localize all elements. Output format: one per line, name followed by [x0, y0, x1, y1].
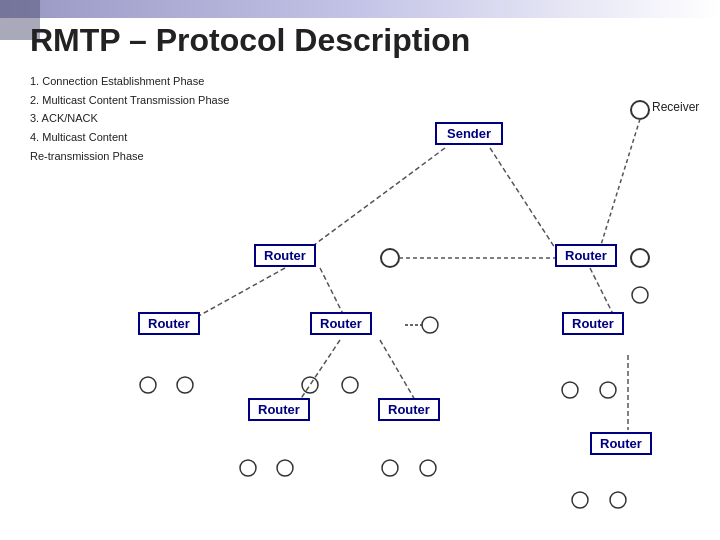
- svg-line-7: [195, 268, 285, 318]
- svg-line-19: [380, 340, 415, 400]
- svg-point-16: [562, 382, 578, 398]
- router-box-8: Router: [590, 432, 652, 455]
- router-box-4: Router: [310, 312, 372, 335]
- svg-point-12: [422, 317, 438, 333]
- svg-line-1: [310, 148, 445, 248]
- svg-line-8: [320, 268, 345, 318]
- svg-point-27: [632, 287, 648, 303]
- svg-point-14: [302, 377, 318, 393]
- sender-box: Sender: [435, 122, 503, 145]
- sender-label: Sender: [447, 126, 491, 141]
- svg-point-23: [420, 460, 436, 476]
- svg-point-24: [572, 492, 588, 508]
- svg-point-15: [342, 377, 358, 393]
- router-box-5: Router: [562, 312, 624, 335]
- router-box-2: Router: [555, 244, 617, 267]
- diagram-svg: [0, 0, 720, 540]
- svg-point-17: [600, 382, 616, 398]
- router-box-6: Router: [248, 398, 310, 421]
- svg-point-10: [140, 377, 156, 393]
- receiver-label: Receiver: [652, 100, 699, 114]
- svg-point-4: [381, 249, 399, 267]
- svg-point-5: [631, 249, 649, 267]
- svg-point-20: [240, 460, 256, 476]
- svg-point-25: [610, 492, 626, 508]
- svg-point-11: [177, 377, 193, 393]
- router-box-7: Router: [378, 398, 440, 421]
- svg-point-22: [382, 460, 398, 476]
- svg-line-3: [600, 119, 640, 248]
- svg-point-21: [277, 460, 293, 476]
- router-box-3: Router: [138, 312, 200, 335]
- router-box-1: Router: [254, 244, 316, 267]
- svg-line-9: [590, 268, 615, 318]
- svg-line-2: [490, 148, 555, 248]
- svg-point-0: [631, 101, 649, 119]
